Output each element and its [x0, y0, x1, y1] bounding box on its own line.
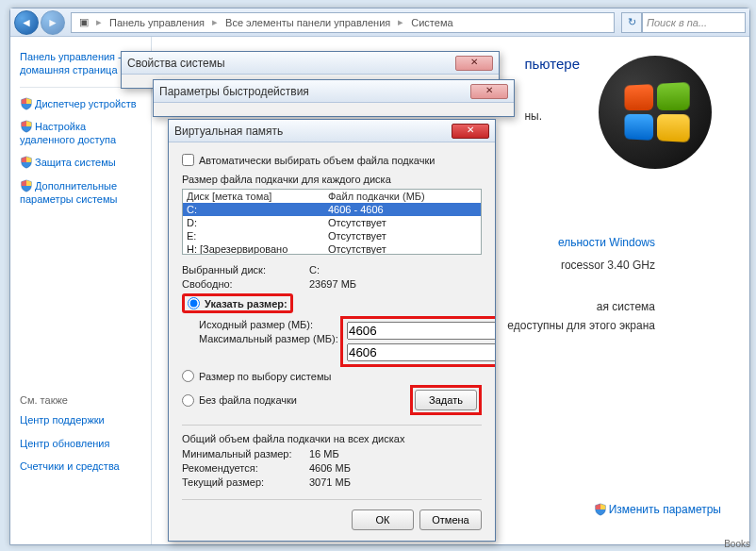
books-label: Books	[724, 539, 750, 549]
radio-custom-label: Указать размер:	[205, 298, 288, 309]
close-button[interactable]: ✕	[455, 56, 493, 71]
free-space-value: 23697 МБ	[309, 278, 356, 290]
selected-drive-label: Выбранный диск:	[182, 264, 309, 276]
radio-no-pagefile[interactable]	[182, 394, 194, 407]
dialog-title: Виртуальная память	[174, 125, 283, 138]
explorer-toolbar: ◄ ► ▣▸ Панель управления▸ Все элементы п…	[10, 8, 749, 37]
initial-size-label: Исходный размер (МБ):	[199, 319, 340, 330]
windows-logo	[599, 56, 712, 169]
max-size-label: Максимальный размер (МБ):	[199, 333, 340, 344]
sidebar-link-advanced[interactable]: Дополнительные параметры системы	[20, 179, 141, 207]
auto-manage-checkbox[interactable]	[182, 154, 194, 166]
max-size-input[interactable]	[347, 343, 495, 361]
shield-icon	[20, 120, 33, 133]
performance-options-dialog: Параметры быстродействия ✕	[153, 79, 515, 117]
drive-row[interactable]: E:Отсутствует	[183, 229, 481, 242]
min-size-label: Минимальный размер:	[182, 448, 309, 459]
breadcrumb-part[interactable]: Система	[411, 17, 452, 28]
sidebar-link-remote[interactable]: Настройка удаленного доступа	[20, 120, 141, 147]
shield-icon	[20, 156, 33, 169]
min-size-value: 16 МБ	[309, 448, 339, 459]
search-input[interactable]: Поиск в па...	[642, 12, 746, 33]
group-label: Размер файла подкачки для каждого диска	[182, 174, 482, 185]
radio-custom-size[interactable]	[188, 297, 200, 309]
rec-size-label: Рекомендуется:	[182, 462, 309, 474]
auto-manage-label: Автоматически выбирать объем файла подка…	[199, 155, 435, 166]
column-header-drive: Диск [метка тома]	[187, 191, 328, 202]
set-button[interactable]: Задать	[415, 390, 477, 410]
sidebar-link-protection[interactable]: Защита системы	[20, 156, 141, 169]
total-label: Общий объем файла подкачки на всех диска…	[182, 433, 482, 444]
see-also-label: См. также	[20, 394, 141, 406]
shield-icon	[20, 97, 33, 110]
sidebar-link-device-manager[interactable]: Диспетчер устройств	[20, 97, 141, 110]
sidebar-bottom-link[interactable]: Центр поддержки	[20, 413, 141, 426]
sidebar-bottom-link[interactable]: Счетчики и средства	[20, 459, 141, 473]
sidebar-bottom-link[interactable]: Центр обновления	[20, 437, 141, 450]
radio-none-label: Без файла подкачки	[199, 394, 297, 406]
column-header-pagefile: Файл подкачки (МБ)	[328, 191, 477, 202]
drive-row[interactable]: C:4606 - 4606	[183, 203, 481, 216]
selected-drive-value: C:	[309, 264, 320, 276]
forward-button[interactable]: ►	[41, 10, 65, 35]
back-button[interactable]: ◄	[14, 10, 39, 35]
cancel-button[interactable]: Отмена	[419, 509, 482, 530]
drive-list[interactable]: Диск [метка тома] Файл подкачки (МБ) C:4…	[182, 189, 482, 255]
close-button[interactable]: ✕	[452, 124, 489, 139]
breadcrumb-part[interactable]: Все элементы панели управления	[225, 17, 390, 28]
breadcrumb[interactable]: ▣▸ Панель управления▸ Все элементы панел…	[71, 12, 615, 33]
free-space-label: Свободно:	[182, 278, 309, 290]
radio-system-label: Размер по выбору системы	[199, 371, 331, 382]
change-settings-link[interactable]: Изменить параметры	[594, 503, 721, 516]
refresh-button[interactable]: ↻	[621, 12, 642, 33]
cur-size-label: Текущий размер:	[182, 476, 309, 488]
cur-size-value: 3071 МБ	[309, 476, 351, 488]
dialog-title: Параметры быстродействия	[159, 85, 309, 98]
ok-button[interactable]: ОК	[352, 509, 414, 530]
rec-size-value: 4606 МБ	[309, 462, 351, 474]
shield-icon	[594, 503, 607, 516]
sidebar: Панель управления - домашняя страница Ди…	[10, 37, 152, 544]
radio-system-size[interactable]	[182, 370, 194, 382]
initial-size-input[interactable]	[347, 322, 495, 340]
virtual-memory-dialog: Виртуальная память ✕ Автоматически выбир…	[168, 119, 496, 542]
breadcrumb-part[interactable]: Панель управления	[109, 17, 205, 28]
close-button[interactable]: ✕	[470, 84, 508, 99]
drive-row[interactable]: D:Отсутствует	[183, 216, 481, 229]
dialog-title: Свойства системы	[127, 57, 225, 70]
drive-row[interactable]: H: [Зарезервировано системой]Отсутствует	[183, 242, 481, 255]
shield-icon	[20, 179, 33, 192]
